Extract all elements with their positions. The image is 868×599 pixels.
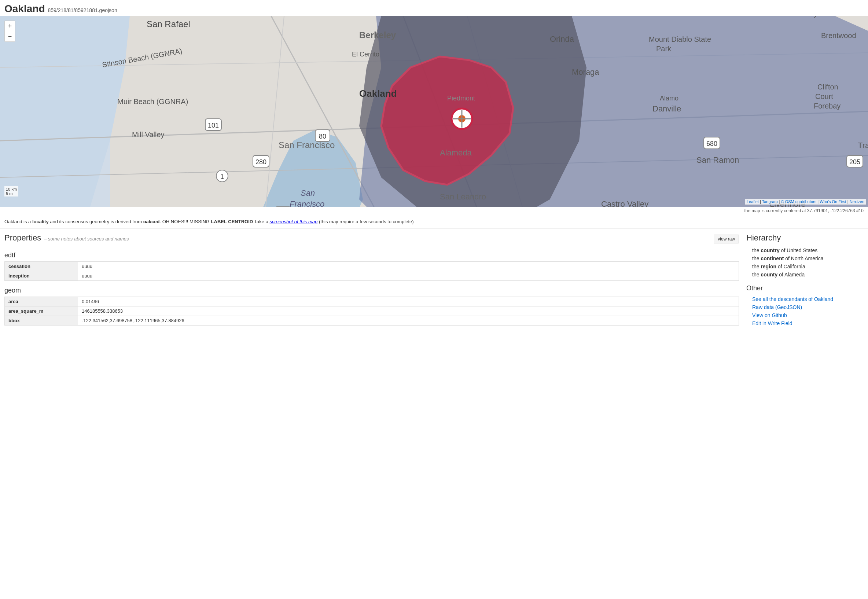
github-link[interactable]: View on Github	[752, 312, 787, 318]
table-row: area 0.01496	[5, 296, 739, 306]
svg-text:Berkeley: Berkeley	[359, 30, 396, 40]
svg-text:San: San	[301, 188, 315, 197]
raw-data-link[interactable]: Raw data (GeoJSON)	[752, 304, 802, 310]
wof-link[interactable]: Who's On First	[820, 199, 846, 204]
svg-text:Castro Valley: Castro Valley	[601, 199, 648, 207]
prop-key: bbox	[5, 316, 78, 325]
svg-text:Muir Beach (GGNRA): Muir Beach (GGNRA)	[117, 98, 188, 105]
table-row: cessation uuuu	[5, 261, 739, 271]
edtf-table: cessation uuuu inception uuuu	[5, 261, 739, 281]
page-title: Oakland	[5, 3, 45, 15]
hierarchy-section: Hierarchy the country of United States t…	[746, 233, 863, 328]
svg-text:680: 680	[706, 140, 718, 147]
table-row: inception uuuu	[5, 271, 739, 280]
svg-text:Clayton: Clayton	[803, 16, 828, 18]
prop-key: cessation	[5, 261, 78, 271]
map-scale: 10 km 5 mi	[5, 186, 18, 197]
svg-text:San Rafael: San Rafael	[147, 19, 190, 29]
svg-text:205: 205	[849, 158, 860, 166]
leaflet-link[interactable]: Leaflet	[747, 199, 759, 204]
other-links: See all the descendants of Oakland Raw d…	[746, 295, 863, 327]
properties-subtitle: – some notes about sources and names	[44, 236, 129, 242]
info-text-after: . OH NOES!!! MISSING	[159, 219, 211, 224]
svg-text:Clifton: Clifton	[817, 83, 838, 91]
svg-text:Alameda: Alameda	[440, 148, 472, 157]
svg-text:Park: Park	[656, 45, 671, 53]
osm-link[interactable]: © OSM contributors	[781, 199, 817, 204]
map-zoom-controls: + −	[5, 21, 15, 42]
svg-text:Mill Valley: Mill Valley	[132, 131, 165, 138]
hierarchy-list: the country of United States the contine…	[746, 246, 863, 278]
svg-text:101: 101	[208, 122, 219, 129]
properties-title: Properties – some notes about sources an…	[5, 233, 129, 243]
svg-text:Moraga: Moraga	[572, 68, 599, 77]
page-subtitle: 859/218/81/85921881.geojson	[48, 8, 117, 13]
list-item: Raw data (GeoJSON)	[746, 303, 863, 311]
list-item: View on Github	[746, 311, 863, 319]
svg-text:1: 1	[220, 173, 224, 181]
svg-text:Tra...: Tra...	[858, 141, 868, 150]
prop-value: -122.341562,37.698758,-122.111965,37.884…	[78, 316, 739, 325]
list-item: Edit in Write Field	[746, 319, 863, 327]
map-svg: San Rafael Richmond Berkeley Oakland San…	[0, 16, 868, 207]
svg-text:Forebay: Forebay	[814, 102, 841, 110]
map-container: San Rafael Richmond Berkeley Oakland San…	[0, 16, 868, 207]
tangram-link[interactable]: Tangram	[762, 199, 778, 204]
list-item: the county of Alameda	[746, 271, 863, 278]
svg-text:Court: Court	[815, 92, 833, 101]
info-text-before: Oakland is a	[5, 219, 32, 224]
svg-text:280: 280	[256, 158, 266, 166]
zoom-out-button[interactable]: −	[5, 31, 15, 41]
svg-text:Francisco: Francisco	[290, 199, 324, 207]
properties-section: Properties – some notes about sources an…	[5, 233, 739, 328]
prop-value: uuuu	[78, 261, 739, 271]
svg-text:Piedmont: Piedmont	[447, 95, 475, 102]
table-row: area_square_m 146185558.338653	[5, 306, 739, 316]
svg-text:Alamo: Alamo	[660, 95, 678, 102]
descendants-link[interactable]: See all the descendants of Oakland	[752, 296, 833, 302]
main-content: Properties – some notes about sources an…	[0, 229, 868, 333]
svg-text:Walnut Creek: Walnut Creek	[601, 16, 654, 18]
place-type: locality	[32, 219, 49, 224]
zoom-in-button[interactable]: +	[5, 21, 15, 31]
page-title-area: Oakland 859/218/81/85921881.geojson	[0, 0, 868, 16]
cta-prefix: Take a	[253, 219, 269, 224]
svg-text:80: 80	[319, 133, 326, 140]
missing-label: LABEL CENTROID	[211, 219, 253, 224]
edtf-group-title: edtf	[5, 251, 739, 259]
svg-text:San Leandro: San Leandro	[440, 192, 486, 201]
cta-suffix: (this may require a few seconds to compl…	[317, 219, 414, 224]
svg-text:San Ramon: San Ramon	[697, 155, 739, 165]
prop-key: inception	[5, 271, 78, 280]
table-row: bbox -122.341562,37.698758,-122.111965,3…	[5, 316, 739, 325]
prop-value: 146185558.338653	[78, 306, 739, 316]
svg-text:Orinda: Orinda	[550, 35, 575, 44]
prop-key: area_square_m	[5, 306, 78, 316]
prop-key: area	[5, 296, 78, 306]
properties-header: Properties – some notes about sources an…	[5, 233, 739, 245]
svg-text:Brentwood: Brentwood	[821, 32, 856, 39]
hierarchy-title: Hierarchy	[746, 233, 863, 243]
geom-group-title: geom	[5, 287, 739, 294]
nextzen-link[interactable]: Nextzen	[850, 199, 864, 204]
list-item: the country of United States	[746, 246, 863, 254]
svg-text:Danville: Danville	[653, 104, 681, 113]
other-title: Other	[746, 284, 863, 292]
map-attribution: Leaflet | Tangram | © OSM contributors |…	[745, 199, 866, 205]
svg-text:Oakland: Oakland	[359, 88, 397, 99]
scale-km: 10 km	[6, 187, 17, 191]
geom-table: area 0.01496 area_square_m 146185558.338…	[5, 296, 739, 325]
write-field-link[interactable]: Edit in Write Field	[752, 321, 792, 326]
prop-value: 0.01496	[78, 296, 739, 306]
screenshot-link[interactable]: screenshot of this map	[269, 219, 317, 224]
info-text-middle: and its consensus geometry is derived fr…	[49, 219, 143, 224]
list-item: the region of California	[746, 262, 863, 271]
list-item: the continent of North America	[746, 254, 863, 262]
source-name: oakced	[143, 219, 160, 224]
prop-value: uuuu	[78, 271, 739, 280]
svg-text:Mount Diablo State: Mount Diablo State	[649, 35, 711, 43]
map-center-info: the map is currently centered at 37.7919…	[0, 207, 868, 215]
list-item: See all the descendants of Oakland	[746, 295, 863, 303]
view-raw-button[interactable]: view raw	[714, 235, 739, 244]
scale-mi: 5 mi	[6, 191, 17, 196]
